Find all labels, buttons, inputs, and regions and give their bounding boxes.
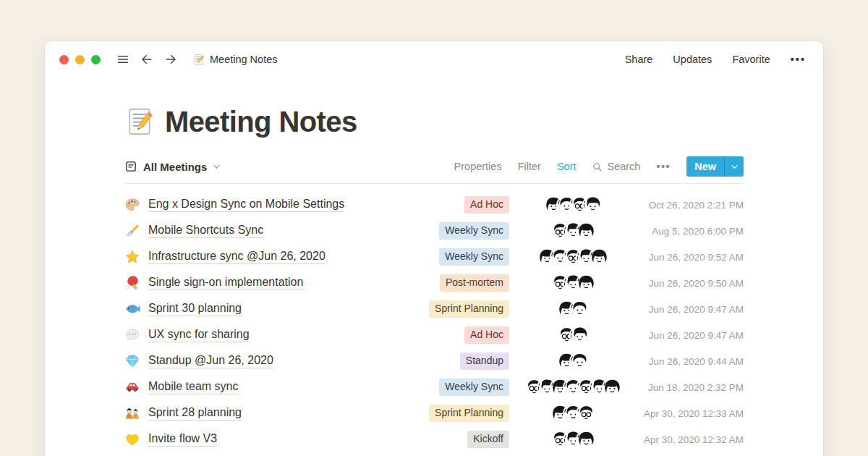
- list-view-icon: [124, 160, 137, 173]
- tag-badge: Post-mortem: [440, 274, 509, 292]
- avatar: [577, 222, 595, 240]
- view-bar-actions: Properties Filter Sort Search ••• New: [454, 156, 744, 177]
- meetings-table: Eng x Design Sync on Mobile Settings Ad …: [124, 184, 744, 452]
- chevron-down-icon: [731, 163, 739, 171]
- row-timestamp: Apr 30, 2020 12:33 AM: [635, 408, 744, 419]
- row-title[interactable]: Mobile Shortcuts Sync: [148, 224, 263, 238]
- row-timestamp: Jun 18, 2020 2:32 PM: [635, 382, 744, 393]
- memo-icon: [192, 54, 205, 66]
- avatar-group: [518, 248, 628, 266]
- properties-button[interactable]: Properties: [454, 161, 502, 172]
- breadcrumb-title: Meeting Notes: [210, 54, 278, 65]
- fish-icon: [124, 301, 140, 317]
- favorite-button[interactable]: Favorite: [732, 54, 770, 65]
- share-button[interactable]: Share: [625, 54, 653, 65]
- row-timestamp: Aug 5, 2020 6:00 PM: [635, 226, 744, 237]
- table-row[interactable]: Standup @Jun 26, 2020 Standup Jun 26, 20…: [124, 348, 744, 374]
- forward-arrow-icon[interactable]: [164, 53, 177, 66]
- minimize-window-button[interactable]: [75, 55, 85, 64]
- new-button[interactable]: New: [686, 156, 724, 177]
- heart-icon: [124, 431, 140, 447]
- tag-badge: Weekly Sync: [439, 248, 509, 266]
- zoom-window-button[interactable]: [91, 55, 101, 64]
- memo-icon: [124, 106, 155, 137]
- car-icon: [124, 379, 140, 395]
- row-title[interactable]: Standup @Jun 26, 2020: [148, 354, 273, 368]
- row-title[interactable]: Eng x Design Sync on Mobile Settings: [148, 198, 344, 212]
- search-icon: [592, 161, 603, 172]
- avatar-group: [518, 326, 628, 345]
- table-row[interactable]: Infrastructure sync @Jun 26, 2020 Weekly…: [124, 244, 744, 270]
- table-row[interactable]: UX sync for sharing Ad Hoc Jun 26, 2020 …: [124, 322, 744, 348]
- updates-button[interactable]: Updates: [673, 54, 712, 65]
- new-button-group: New: [686, 156, 744, 177]
- row-timestamp: Jun 26, 2020 9:47 AM: [635, 330, 744, 341]
- row-title[interactable]: Sprint 30 planning: [148, 302, 242, 316]
- avatar-group: [518, 196, 628, 214]
- page-header: Meeting Notes: [124, 102, 744, 141]
- avatar: [577, 431, 595, 449]
- avatar-group: [518, 405, 628, 423]
- sort-button[interactable]: Sort: [557, 161, 576, 172]
- tag-badge: Ad Hoc: [464, 326, 509, 344]
- table-row[interactable]: Sprint 28 planning Sprint Planning Apr 3…: [124, 400, 744, 426]
- back-arrow-icon[interactable]: [140, 53, 153, 66]
- search-button[interactable]: Search: [592, 161, 640, 172]
- table-row[interactable]: Single sign-on implementation Post-morte…: [124, 270, 744, 296]
- avatar-group: [518, 352, 628, 371]
- row-title[interactable]: Invite flow V3: [148, 432, 217, 447]
- new-button-dropdown[interactable]: [725, 156, 744, 177]
- tag-badge: Sprint Planning: [429, 300, 509, 318]
- table-row[interactable]: Mobile Shortcuts Sync Weekly Sync Aug 5,…: [124, 218, 744, 244]
- star-icon: [124, 249, 140, 265]
- speech-balloon-icon: [124, 327, 140, 343]
- breadcrumb[interactable]: Meeting Notes: [192, 54, 278, 66]
- close-window-button[interactable]: [59, 55, 69, 64]
- row-timestamp: Oct 26, 2020 2:21 PM: [635, 200, 744, 211]
- table-row[interactable]: Mobile team sync Weekly Sync Jun 18, 202…: [124, 374, 744, 400]
- tag-badge: Sprint Planning: [429, 405, 509, 422]
- view-name: All Meetings: [143, 161, 207, 173]
- page-title: Meeting Notes: [165, 106, 357, 138]
- view-switcher[interactable]: All Meetings: [124, 160, 221, 173]
- avatar: [577, 274, 595, 292]
- topbar-actions: Share Updates Favorite •••: [625, 54, 806, 65]
- chevron-down-icon: [213, 163, 221, 171]
- row-timestamp: Jun 26, 2020 9:44 AM: [635, 356, 744, 367]
- filter-button[interactable]: Filter: [518, 161, 541, 172]
- row-title[interactable]: Mobile team sync: [148, 380, 239, 394]
- row-title[interactable]: Single sign-on implementation: [148, 276, 303, 290]
- paintbrush-icon: [124, 223, 140, 239]
- more-options-icon[interactable]: •••: [791, 54, 806, 65]
- traffic-lights: [59, 55, 101, 64]
- avatar: [590, 248, 608, 266]
- view-more-options-icon[interactable]: •••: [656, 161, 671, 172]
- avatar-group: [518, 274, 628, 292]
- hamburger-menu-icon[interactable]: [116, 53, 129, 66]
- avatar: [603, 379, 621, 397]
- row-timestamp: Apr 30, 2020 12:32 AM: [635, 434, 744, 445]
- avatar: [571, 352, 589, 371]
- avatar: [571, 300, 589, 318]
- app-window: Meeting Notes Share Updates Favorite •••…: [45, 41, 823, 456]
- row-title[interactable]: Infrastructure sync @Jun 26, 2020: [148, 250, 326, 264]
- tag-badge: Ad Hoc: [464, 196, 509, 214]
- row-timestamp: Jun 26, 2020 9:47 AM: [635, 304, 744, 315]
- row-timestamp: Jun 26, 2020 9:52 AM: [635, 252, 744, 263]
- avatar-group: [518, 222, 628, 240]
- table-row[interactable]: Invite flow V3 Kickoff Apr 30, 2020 12:3…: [124, 426, 744, 452]
- tag-badge: Weekly Sync: [439, 379, 509, 396]
- table-row[interactable]: Eng x Design Sync on Mobile Settings Ad …: [124, 192, 744, 218]
- page-content: Meeting Notes All Meetings Properties Fi…: [45, 102, 823, 452]
- tag-badge: Kickoff: [467, 431, 509, 448]
- tag-badge: Standup: [460, 352, 509, 370]
- gem-icon: [124, 353, 140, 369]
- row-title[interactable]: Sprint 28 planning: [148, 406, 242, 421]
- tag-badge: Weekly Sync: [439, 222, 509, 240]
- palette-icon: [124, 197, 140, 213]
- dolls-icon: [124, 405, 140, 421]
- row-title[interactable]: UX sync for sharing: [148, 328, 250, 342]
- avatar: [571, 326, 589, 345]
- search-label: Search: [607, 161, 640, 172]
- table-row[interactable]: Sprint 30 planning Sprint Planning Jun 2…: [124, 296, 744, 322]
